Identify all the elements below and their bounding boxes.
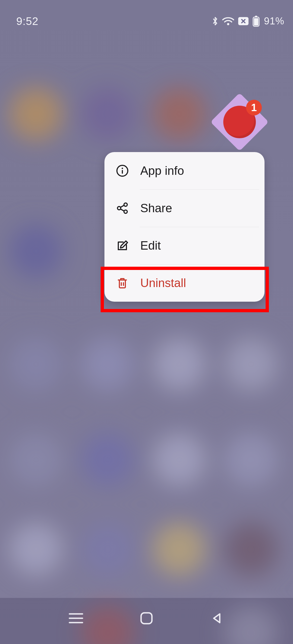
svg-point-0 bbox=[227, 23, 229, 25]
svg-rect-11 bbox=[141, 613, 152, 624]
bluetooth-icon bbox=[212, 16, 218, 27]
svg-point-10 bbox=[124, 210, 127, 213]
sim-icon bbox=[238, 17, 249, 25]
app-icon[interactable]: 1 bbox=[219, 101, 260, 143]
battery-percent: 91% bbox=[264, 15, 284, 27]
nav-back-button[interactable] bbox=[206, 607, 228, 629]
back-icon bbox=[211, 612, 224, 625]
battery-icon bbox=[253, 15, 260, 27]
svg-point-8 bbox=[124, 203, 127, 206]
status-icons: 91% bbox=[212, 15, 284, 27]
blurred-wallpaper bbox=[0, 0, 293, 644]
navigation-bar bbox=[0, 598, 293, 644]
app-context-menu: App info Share Edit Uninstall bbox=[104, 152, 265, 302]
menu-label: Edit bbox=[140, 239, 161, 252]
svg-rect-4 bbox=[254, 18, 258, 25]
home-screen-long-press: 9:52 91% 1 App info Share bbox=[0, 0, 293, 644]
trash-icon bbox=[116, 276, 129, 289]
nav-recents-button[interactable] bbox=[65, 607, 87, 629]
menu-item-app-info[interactable]: App info bbox=[104, 152, 265, 189]
svg-rect-7 bbox=[122, 170, 123, 174]
wifi-icon bbox=[222, 17, 234, 26]
menu-label: Share bbox=[140, 201, 172, 215]
edit-icon bbox=[116, 239, 129, 252]
menu-item-edit[interactable]: Edit bbox=[104, 227, 265, 264]
status-bar: 9:52 91% bbox=[0, 0, 293, 30]
svg-point-9 bbox=[117, 207, 121, 210]
menu-item-uninstall[interactable]: Uninstall bbox=[104, 264, 265, 302]
share-icon bbox=[116, 202, 129, 215]
menu-item-share[interactable]: Share bbox=[104, 189, 265, 227]
nav-home-button[interactable] bbox=[136, 607, 157, 629]
info-icon bbox=[116, 164, 129, 177]
svg-point-6 bbox=[122, 168, 123, 169]
menu-label: Uninstall bbox=[140, 276, 186, 290]
home-icon bbox=[139, 611, 154, 625]
svg-rect-3 bbox=[255, 16, 257, 17]
status-time: 9:52 bbox=[16, 15, 39, 27]
notification-badge: 1 bbox=[246, 100, 262, 115]
recents-icon bbox=[68, 612, 84, 624]
menu-label: App info bbox=[140, 164, 184, 178]
